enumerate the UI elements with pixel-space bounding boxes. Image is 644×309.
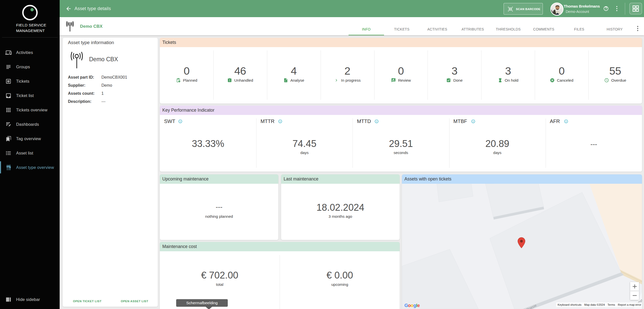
- svg-text:Google: Google: [404, 303, 420, 308]
